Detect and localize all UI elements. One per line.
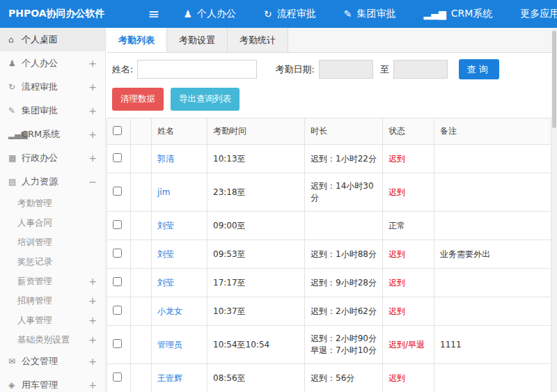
nav-label: 集团审批	[356, 8, 395, 20]
person-icon: ♟	[183, 9, 192, 19]
sidebar-item-icon: ⌂	[8, 28, 22, 52]
sidebar-item[interactable]: ◈用车管理 +	[0, 373, 105, 392]
tab-attendance-settings[interactable]: 考勤设置	[167, 28, 228, 52]
table-row: 小龙女 10:37至 迟到：2小时62分 迟到	[107, 297, 551, 326]
expand-toggle-icon[interactable]: +	[88, 330, 97, 350]
expand-toggle-icon[interactable]: +	[88, 350, 97, 373]
expand-toggle-icon[interactable]: +	[88, 123, 97, 146]
employee-name-link[interactable]: jim	[157, 187, 170, 197]
row-duration-cell: 迟到：2小时90分 早退：7小时10分	[305, 326, 383, 364]
col-name: 姓名	[152, 118, 207, 145]
sidebar-item[interactable]: 人事管理 +	[0, 311, 105, 330]
duration-line-1: 迟到：2小时90分	[311, 333, 377, 345]
expand-toggle-icon[interactable]: +	[88, 373, 97, 392]
nav-workflow-approval[interactable]: ↻ 流程审批	[250, 0, 330, 28]
sidebar-item[interactable]: 人事合同	[0, 213, 105, 233]
row-checkbox[interactable]	[113, 277, 122, 286]
col-note: 备注	[434, 118, 551, 145]
nav-more-apps[interactable]: 更多应用 ▼	[506, 0, 557, 28]
sidebar-item[interactable]: 薪资管理 +	[0, 272, 105, 291]
sidebar-item[interactable]: 招聘管理 +	[0, 291, 105, 311]
date-to-input[interactable]	[393, 60, 448, 79]
row-checkbox-cell	[107, 212, 131, 240]
date-from-input[interactable]	[319, 60, 373, 79]
select-all-checkbox[interactable]	[113, 126, 122, 135]
spacer-column-header	[131, 118, 152, 145]
expand-toggle-icon[interactable]: +	[88, 146, 97, 170]
employee-name-link[interactable]: 刘莹	[157, 278, 174, 288]
status-text: 迟到	[389, 373, 405, 383]
sidebar-item[interactable]: ⌂个人桌面	[0, 28, 105, 52]
sidebar-item[interactable]: ♟个人办公 +	[0, 52, 105, 75]
row-checkbox[interactable]	[113, 306, 122, 315]
row-note-cell	[434, 269, 551, 297]
sidebar: ⌂个人桌面 ♟个人办公 + ↻流程审批 + ✎集团审批 + ▂▄▆CRM系统 +…	[0, 28, 106, 392]
row-checkbox[interactable]	[113, 249, 122, 258]
search-button[interactable]: 查询	[459, 59, 499, 79]
app-window: PHPOA协同办公软件 ≡ ♟ 个人办公 ↻ 流程审批 ✎ 集团审批 ▂▄▆ C…	[0, 0, 557, 392]
expand-toggle-icon[interactable]: +	[88, 272, 97, 291]
employee-name-link[interactable]: 刘莹	[157, 249, 174, 259]
row-spacer-cell	[131, 145, 152, 173]
employee-name-link[interactable]: 小龙女	[157, 306, 182, 316]
sidebar-item-icon: ◈	[8, 373, 22, 392]
row-spacer-cell	[131, 269, 152, 297]
clean-data-button[interactable]: 清理数据	[112, 88, 164, 111]
row-duration-cell: 迟到：14小时30分	[305, 173, 383, 212]
row-spacer-cell	[131, 173, 152, 212]
expand-toggle-icon[interactable]: −	[88, 170, 97, 194]
row-checkbox[interactable]	[113, 187, 122, 196]
row-checkbox[interactable]	[113, 373, 122, 382]
sidebar-item[interactable]: ▂▄▆CRM系统 +	[0, 123, 105, 146]
sidebar-item[interactable]: ▦行政办公 +	[0, 146, 105, 170]
sidebar-item[interactable]: 培训管理	[0, 233, 105, 252]
expand-toggle-icon[interactable]: +	[88, 52, 97, 75]
expand-toggle-icon[interactable]: +	[88, 291, 97, 311]
row-checkbox-cell	[107, 364, 131, 392]
row-name-cell: 刘莹	[152, 240, 207, 269]
row-note-cell: 业务需要外出	[434, 240, 551, 269]
sidebar-item-icon: ♟	[8, 52, 22, 75]
sidebar-item[interactable]: 奖惩记录	[0, 252, 105, 272]
bar-chart-icon: ▂▄▆	[423, 9, 446, 19]
table-header: 姓名 考勤时间 时长 状态 备注	[107, 118, 551, 145]
tab-attendance-statistics[interactable]: 考勤统计	[228, 28, 288, 52]
status-text: 迟到	[389, 249, 405, 259]
row-name-cell: 小龙女	[152, 297, 207, 326]
export-list-button[interactable]: 导出查询列表	[171, 88, 240, 111]
row-time-cell: 17:17至	[207, 269, 305, 297]
employee-name-link[interactable]: 郭清	[157, 154, 174, 164]
sidebar-item-label: CRM系统	[22, 129, 60, 139]
employee-name-link[interactable]: 刘莹	[157, 221, 174, 230]
sidebar-item[interactable]: 考勤管理	[0, 194, 105, 213]
tab-attendance-list[interactable]: 考勤列表	[107, 28, 167, 52]
nav-label: 流程审批	[277, 8, 316, 20]
row-checkbox[interactable]	[113, 220, 122, 229]
scrollbar-thumb[interactable]	[552, 31, 556, 128]
date-filter-label: 考勤日期:	[275, 63, 314, 76]
sidebar-item[interactable]: ↻流程审批 +	[0, 75, 105, 99]
expand-toggle-icon[interactable]: +	[88, 75, 97, 99]
nav-label: 个人办公	[197, 8, 236, 20]
row-checkbox[interactable]	[113, 339, 122, 348]
vertical-scrollbar[interactable]	[551, 28, 557, 392]
row-checkbox-cell	[107, 326, 131, 364]
nav-crm-system[interactable]: ▂▄▆ CRM系统	[409, 0, 506, 28]
sidebar-item[interactable]: ✉公文管理 +	[0, 350, 105, 373]
row-time-cell: 10:54至10:54	[207, 326, 305, 364]
expand-toggle-icon[interactable]: +	[88, 99, 97, 123]
nav-group-approval[interactable]: ✎ 集团审批	[330, 0, 410, 28]
app-logo: PHPOA协同办公软件	[0, 8, 105, 20]
sidebar-item[interactable]: 基础类别设置 +	[0, 330, 105, 350]
nav-personal-office[interactable]: ♟ 个人办公	[169, 0, 250, 28]
employee-name-link[interactable]: 王壹辉	[157, 373, 182, 383]
row-checkbox[interactable]	[113, 153, 122, 162]
row-status-cell: 迟到	[383, 145, 434, 173]
employee-name-link[interactable]: 管理员	[157, 340, 182, 350]
table-row: 管理员 10:54至10:54 迟到：2小时90分 早退：7小时10分 迟到/早…	[107, 326, 551, 364]
expand-toggle-icon[interactable]: +	[88, 311, 97, 330]
sidebar-item[interactable]: ▤人力资源 −	[0, 170, 105, 194]
name-filter-input[interactable]	[137, 60, 257, 79]
sidebar-item[interactable]: ✎集团审批 +	[0, 99, 105, 123]
hamburger-menu-icon[interactable]: ≡	[139, 0, 170, 28]
